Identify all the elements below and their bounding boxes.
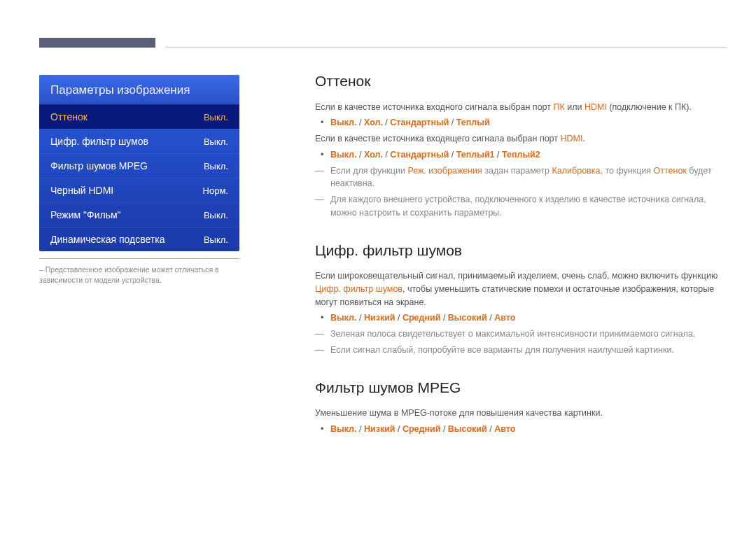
- menu-item-film-mode[interactable]: Режим "Фильм" Выкл.: [39, 202, 239, 227]
- line-2: Если в качестве источника входящего сигн…: [315, 132, 727, 146]
- options-list: Выкл. / Хол. / Стандартный / Теплый: [330, 116, 727, 129]
- menu-item-label: Цифр. фильтр шумов: [50, 136, 148, 147]
- menu-item-black-hdmi[interactable]: Черный HDMI Норм.: [39, 178, 239, 202]
- section-title: Цифр. фильтр шумов: [315, 239, 727, 262]
- menu-item-label: Черный HDMI: [50, 185, 113, 196]
- header-divider: [165, 47, 727, 48]
- content-area: Оттенок Если в качестве источника входно…: [315, 70, 727, 456]
- menu-item-value: Выкл.: [204, 112, 228, 122]
- header-accent-bar: [39, 38, 155, 48]
- menu-item-ottenok[interactable]: Оттенок Выкл.: [39, 104, 239, 129]
- menu-item-label: Режим "Фильм": [50, 209, 121, 220]
- note-item: Для каждого внешнего устройства, подключ…: [330, 193, 727, 220]
- note-item: Если для функции Реж. изображения задан …: [330, 164, 727, 191]
- menu-item-dynamic-backlight[interactable]: Динамическая подсветка Выкл.: [39, 227, 239, 251]
- highlight-hdmi: HDMI: [560, 134, 582, 143]
- menu-item-label: Динамическая подсветка: [50, 234, 165, 245]
- highlight-feature: Цифр. фильтр шумов: [315, 284, 402, 294]
- menu-item-label: Фильтр шумов MPEG: [50, 160, 148, 171]
- note-item: Если сигнал слабый, попробуйте все вариа…: [330, 344, 727, 357]
- note-item: Зеленая полоса свидетельствует о максима…: [330, 328, 727, 341]
- options-list: Выкл. / Низкий / Средний / Высокий / Авт…: [330, 423, 727, 436]
- section-dnf: Цифр. фильтр шумов Если широковещательны…: [315, 239, 727, 357]
- menu-item-dnf[interactable]: Цифр. фильтр шумов Выкл.: [39, 129, 239, 153]
- section-mpeg: Фильтр шумов MPEG Уменьшение шума в MPEG…: [315, 377, 727, 436]
- section-title: Оттенок: [315, 70, 727, 92]
- highlight-hdmi: HDMI: [584, 102, 607, 112]
- menu-item-value: Выкл.: [204, 161, 228, 171]
- menu-item-value: Норм.: [203, 185, 228, 196]
- menu-item-mpeg[interactable]: Фильтр шумов MPEG Выкл.: [39, 153, 239, 178]
- menu-item-label: Оттенок: [50, 111, 88, 122]
- image-disclaimer: Представленное изображение может отличат…: [39, 258, 239, 285]
- menu-title: Параметры изображения: [39, 75, 239, 104]
- section-title: Фильтр шумов MPEG: [315, 377, 727, 399]
- options-list: Выкл. / Хол. / Стандартный / Теплый1 / Т…: [330, 148, 727, 162]
- body-text: Если широковещательный сигнал, принимаем…: [315, 269, 727, 309]
- body-text: Уменьшение шума в MPEG-потоке для повыше…: [315, 407, 727, 420]
- settings-menu: Параметры изображения Оттенок Выкл. Цифр…: [39, 75, 239, 251]
- highlight-pk: ПК: [553, 102, 564, 112]
- intro-line: Если в качестве источника входного сигна…: [315, 101, 727, 114]
- menu-item-value: Выкл.: [204, 136, 228, 147]
- menu-item-value: Выкл.: [204, 210, 228, 220]
- options-list: Выкл. / Низкий / Средний / Высокий / Авт…: [330, 311, 727, 325]
- menu-item-value: Выкл.: [204, 234, 228, 245]
- section-ottenok: Оттенок Если в качестве источника входно…: [315, 70, 727, 220]
